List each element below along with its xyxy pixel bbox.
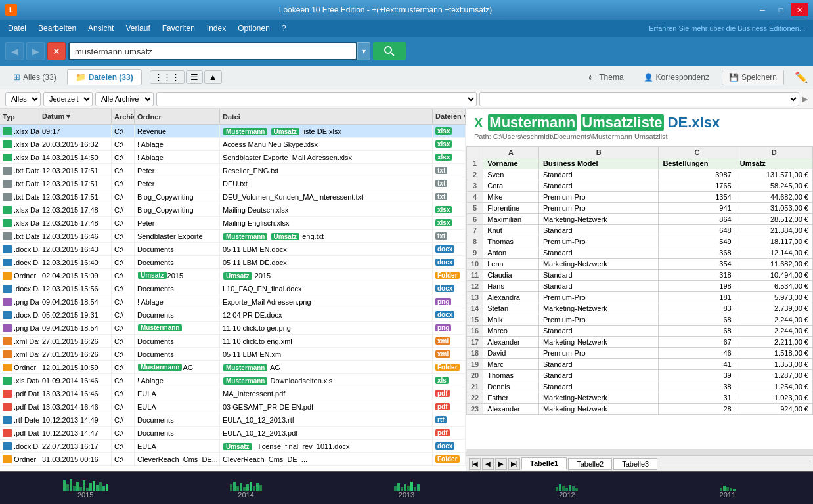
view-columns-button[interactable]: ⋮⋮⋮ (150, 70, 185, 84)
menu-verlauf[interactable]: Verlauf (120, 22, 155, 35)
table-row[interactable]: .docx Datei12.03.2015 16:40C:\Documents0… (0, 256, 466, 269)
col-type: .xml Datei (0, 348, 39, 360)
tab-files[interactable]: 📁 Dateien (33) (67, 69, 142, 85)
cell-orders: 864 (659, 214, 736, 225)
table-row[interactable]: .xlsx Datei14.03.2015 14:50C:\! AblageSe… (0, 151, 466, 164)
menu-help[interactable]: ? (276, 22, 292, 35)
sheet-tab-2[interactable]: Tabelle2 (568, 458, 612, 470)
view-up-button[interactable]: ▲ (204, 70, 222, 84)
table-row[interactable]: .png Datei09.04.2015 18:54C:\! AblageExp… (0, 295, 466, 308)
sheet-first-button[interactable]: |◀ (469, 458, 481, 470)
table-row[interactable]: .xlsx Datei12.03.2015 17:48C:\Blog_Copyw… (0, 203, 466, 217)
col-folder: Documents (135, 335, 220, 347)
col-ext: xlsx (433, 138, 466, 150)
edit-icon[interactable]: ✏️ (795, 71, 808, 83)
extra-filter-1[interactable] (156, 92, 477, 106)
cell-name: Hans (483, 281, 539, 292)
table-row[interactable]: .xlsx Datei12.03.2015 17:48C:\PeterMaili… (0, 217, 466, 230)
table-row[interactable]: .xls Datei01.09.2014 16:46C:\! AblageMus… (0, 374, 466, 387)
cell-orders: 31 (659, 392, 736, 404)
minimize-button[interactable]: ─ (754, 3, 771, 16)
search-dropdown-arrow[interactable]: ▾ (357, 42, 370, 60)
back-button[interactable]: ◀ (5, 42, 24, 60)
table-row[interactable]: .txt Datei12.03.2015 17:51C:\PeterDEU.tx… (0, 177, 466, 190)
sheet-row: 3CoraStandard176558.245,00 € (467, 180, 813, 192)
maximize-button[interactable]: □ (772, 3, 789, 16)
col-arch: C:\ (112, 243, 135, 255)
col-type: .docx Datei (0, 308, 39, 321)
cell-revenue: 1.518,00 € (736, 348, 812, 359)
type-filter[interactable]: Alles (5, 92, 41, 106)
col-type: Ordner (0, 361, 39, 373)
col-date: 27.01.2015 16:26 (39, 335, 112, 347)
cell-orders: 1354 (659, 192, 736, 203)
archive-filter[interactable]: Alle Archive (95, 92, 154, 106)
menu-datei[interactable]: Datei (3, 22, 32, 35)
table-row[interactable]: .png Datei09.04.2015 18:54C:\Mustermann1… (0, 322, 466, 335)
cell-model: Premium-Pro (538, 292, 658, 303)
preview-path: Path: C:\Users\cschmidt\Documents\Muster… (474, 133, 805, 140)
sheet-horizontal-scroll[interactable] (466, 449, 813, 455)
row-num: 18 (467, 348, 483, 359)
close-button[interactable]: ✕ (791, 3, 808, 16)
sheet-next-button[interactable]: ▶ (495, 458, 507, 470)
col-file: Mustermann Umsatz liste DE.xlsx (220, 125, 433, 137)
table-row[interactable]: .pdf Datei13.03.2014 16:46C:\EULA03 GESA… (0, 400, 466, 413)
table-row[interactable]: .pdf Datei13.03.2014 16:46C:\EULAMA_Inte… (0, 387, 466, 400)
table-row[interactable]: .txt Datei12.03.2015 16:46C:\Sendblaster… (0, 230, 466, 243)
table-row[interactable]: .xml Datei27.01.2015 16:26C:\Documents11… (0, 335, 466, 348)
svg-line-1 (391, 52, 394, 56)
cell-name: Esther (483, 392, 539, 404)
table-row[interactable]: .rtf Datei10.12.2013 14:49C:\DocumentsEU… (0, 413, 466, 427)
col-header-typ: Typ (0, 109, 39, 124)
sheet-prev-button[interactable]: ◀ (482, 458, 494, 470)
table-row[interactable]: .txt Datei12.03.2015 17:51C:\PeterResell… (0, 164, 466, 177)
table-row[interactable]: .docx Datei12.03.2015 16:43C:\Documents0… (0, 243, 466, 256)
tab-all[interactable]: ⊞ Alles (33) (5, 70, 64, 85)
file-list-body[interactable]: .xlsx Datei09:17C:\RevenueMustermann Ums… (0, 125, 466, 471)
cell-revenue: 1.353,00 € (736, 359, 812, 370)
search-button[interactable] (373, 42, 406, 60)
menu-index[interactable]: Index (202, 22, 231, 35)
speichern-button[interactable]: 💾 Speichern (722, 70, 784, 85)
sheet-table-container[interactable]: A B C D 1VornameBusiness ModelBestellung… (466, 146, 813, 449)
thema-icon: 🏷 (588, 73, 596, 82)
table-row[interactable]: Ordner02.04.2015 15:09C:\Umsatz 2015Umsa… (0, 269, 466, 282)
search-input[interactable] (68, 42, 357, 60)
col-ext: docx (433, 308, 466, 321)
col-header-archiv: Archiv (112, 109, 135, 124)
col-folder: Peter (135, 217, 220, 229)
table-row[interactable]: .docx Datei05.02.2015 19:31C:\Documents1… (0, 308, 466, 322)
menu-ansicht[interactable]: Ansicht (83, 22, 119, 35)
menu-bearbeiten[interactable]: Bearbeiten (33, 22, 81, 35)
table-row[interactable]: .pdf Datei10.12.2013 14:47C:\DocumentsEU… (0, 427, 466, 440)
sheet-tab-3[interactable]: Tabelle3 (613, 458, 657, 470)
table-row[interactable]: .txt Datei12.03.2015 17:51C:\Blog_Copywr… (0, 190, 466, 203)
time-filter[interactable]: Jederzeit (43, 92, 93, 106)
table-row[interactable]: Ordner31.03.2015 00:16C:\CleverReach_Cms… (0, 453, 466, 466)
forward-button[interactable]: ▶ (26, 42, 45, 60)
extra-filter-2[interactable] (479, 92, 800, 106)
table-row[interactable]: .docx Datei12.03.2015 15:56C:\DocumentsL… (0, 282, 466, 295)
col-file: Mailing Englisch.xlsx (220, 217, 433, 229)
sheet-tab-1[interactable]: Tabelle1 (521, 457, 567, 470)
clear-button[interactable]: ✕ (47, 42, 66, 60)
table-row[interactable]: .xml Datei27.01.2015 16:26C:\Documents05… (0, 348, 466, 361)
col-folder: Documents (135, 427, 220, 439)
col-folder: Peter (135, 177, 220, 190)
sheet-tab-scroll[interactable] (659, 461, 810, 467)
menu-optionen[interactable]: Optionen (232, 22, 275, 35)
korrespondenz-button[interactable]: 👤 Korrespondenz (636, 70, 716, 85)
cell-revenue: 2.244,00 € (736, 314, 812, 326)
view-list-button[interactable]: ☰ (186, 70, 203, 84)
cell-model: Marketing-Netzwerk (538, 392, 658, 404)
thema-button[interactable]: 🏷 Thema (581, 70, 630, 85)
table-row[interactable]: .xlsx Datei20.03.2015 16:32C:\! AblageAc… (0, 138, 466, 151)
cell-orders: 38 (659, 381, 736, 392)
table-row[interactable]: .docx Datei22.07.2013 16:17C:\EULAUmsatz… (0, 440, 466, 453)
menu-favoriten[interactable]: Favoriten (157, 22, 200, 35)
sheet-last-button[interactable]: ▶| (508, 458, 520, 470)
promo-link[interactable]: Erfahren Sie mehr über die Business Edit… (649, 24, 810, 32)
table-row[interactable]: Ordner12.01.2015 10:59C:\Mustermann AGMu… (0, 361, 466, 374)
table-row[interactable]: .xlsx Datei09:17C:\RevenueMustermann Ums… (0, 125, 466, 138)
